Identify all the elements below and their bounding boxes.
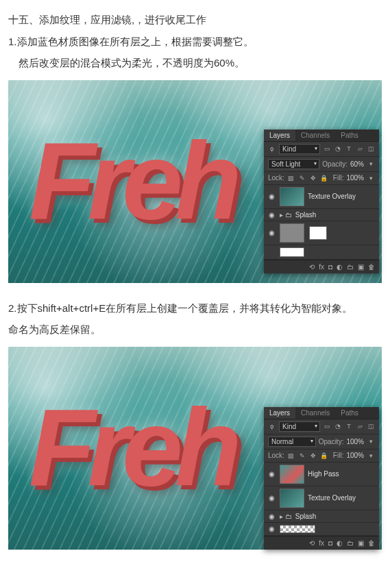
layer-row[interactable]: ◉ ▸ 🗀 Splash (264, 209, 379, 221)
layer-mask[interactable] (309, 226, 327, 240)
layer-list: ◉ High Pass ◉ Texture Overlay ◉ ▸ 🗀 Spla… (264, 463, 379, 536)
tab-channels[interactable]: Channels (295, 130, 335, 141)
shape-filter-icon[interactable]: ▱ (356, 145, 364, 153)
folder-icon: ▸ 🗀 (280, 211, 292, 219)
fill-value[interactable]: 100% (346, 452, 364, 459)
chevron-down-icon[interactable]: ▾ (367, 437, 375, 445)
group-icon[interactable]: 🗀 (347, 539, 354, 547)
panel-footer: ⟲ fx ◘ ◐ 🗀 ▣ 🗑 (264, 260, 379, 273)
link-icon[interactable]: ⟲ (309, 263, 315, 271)
opacity-label: Opacity: (322, 160, 348, 168)
type-filter-icon[interactable]: T (345, 145, 353, 153)
fx-icon[interactable]: fx (319, 263, 324, 271)
link-icon[interactable]: ⟲ (309, 539, 315, 547)
visibility-icon[interactable]: ◉ (267, 513, 276, 520)
lock-label: Lock: (268, 452, 284, 459)
visibility-icon[interactable]: ◉ (267, 494, 276, 502)
kind-select[interactable]: Kind (279, 421, 320, 432)
panel-tabs: Layers Channels Paths (264, 407, 379, 419)
type-filter-icon[interactable]: T (345, 422, 353, 430)
trash-icon[interactable]: 🗑 (368, 539, 375, 547)
step1-line2: 然后改变层的混合模式为柔光，不透明度为60%。 (8, 54, 382, 72)
layer-name[interactable]: Texture Overlay (308, 494, 376, 502)
layer-list: ◉ Texture Overlay ◉ ▸ 🗀 Splash ◉ (264, 185, 379, 260)
lock-all-icon[interactable]: 🔒 (320, 452, 328, 460)
lock-label: Lock: (268, 174, 284, 182)
new-layer-icon[interactable]: ▣ (358, 539, 364, 547)
visibility-icon[interactable]: ◉ (267, 193, 276, 200)
blend-mode-select[interactable]: Soft Light (268, 159, 319, 169)
fill-label: Fill: (333, 452, 344, 459)
tab-paths[interactable]: Paths (335, 407, 364, 419)
layer-name[interactable]: Texture Overlay (308, 193, 376, 200)
smart-filter-icon[interactable]: ◫ (367, 145, 375, 153)
fx-icon[interactable]: fx (319, 539, 324, 547)
opacity-value[interactable]: 60% (350, 160, 364, 168)
folder-icon: ▸ 🗀 (280, 513, 292, 520)
group-icon[interactable]: 🗀 (347, 263, 354, 271)
opacity-label: Opacity: (319, 438, 344, 445)
visibility-icon[interactable]: ◉ (267, 525, 276, 532)
layer-name[interactable]: High Pass (308, 470, 376, 478)
lock-position-icon[interactable]: ✥ (309, 174, 317, 182)
layer-thumb (280, 489, 304, 508)
tab-layers[interactable]: Layers (264, 407, 295, 419)
chevron-down-icon[interactable]: ▾ (367, 160, 375, 168)
layer-name[interactable]: Splash (295, 513, 376, 520)
step2-line1: 2.按下shift+alt+ctrl+E在所有层上创建一个覆盖层，并将其转化为智… (8, 299, 382, 317)
tab-paths[interactable]: Paths (335, 130, 364, 141)
layer-row[interactable] (264, 245, 379, 260)
lock-position-icon[interactable]: ✥ (309, 452, 317, 460)
fill-value[interactable]: 100% (346, 174, 364, 182)
filter-icon[interactable]: ϙ (268, 422, 276, 430)
layer-row[interactable]: ◉ High Pass (264, 463, 379, 487)
layer-thumb (280, 223, 304, 243)
image-filter-icon[interactable]: ▭ (323, 422, 331, 430)
adjust-icon[interactable]: ◐ (337, 539, 343, 547)
chevron-down-icon[interactable]: ▾ (367, 174, 375, 182)
lock-paint-icon[interactable]: ✎ (298, 452, 306, 460)
figure-1: Freh Layers Channels Paths ϙ Kind ▭ ◔ T … (8, 80, 382, 283)
fresh-text: Freh (29, 384, 234, 511)
step1-line1: 1.添加蓝色材质图像在所有层之上，根据需要调整它。 (8, 33, 382, 51)
new-layer-icon[interactable]: ▣ (358, 263, 364, 271)
figure-2: Freh Layers Channels Paths ϙ Kind ▭ ◔ T … (8, 347, 382, 550)
opacity-value[interactable]: 100% (346, 438, 364, 445)
layers-panel: Layers Channels Paths ϙ Kind ▭ ◔ T ▱ ◫ S… (264, 130, 379, 273)
layer-thumb (280, 525, 315, 533)
shape-filter-icon[interactable]: ▱ (356, 422, 364, 430)
layer-row[interactable]: ◉ Texture Overlay (264, 487, 379, 511)
lock-paint-icon[interactable]: ✎ (298, 174, 306, 182)
tab-layers[interactable]: Layers (264, 130, 295, 141)
layer-thumb (280, 187, 304, 206)
image-filter-icon[interactable]: ▭ (323, 145, 331, 153)
layer-row[interactable]: ◉ Texture Overlay (264, 185, 379, 209)
layer-thumb (280, 465, 304, 484)
fill-label: Fill: (333, 174, 344, 182)
visibility-icon[interactable]: ◉ (267, 470, 276, 478)
kind-select[interactable]: Kind (279, 144, 320, 154)
lock-transparency-icon[interactable]: ▨ (287, 452, 295, 460)
mask-icon[interactable]: ◘ (328, 539, 332, 547)
layer-row[interactable]: ◉ (264, 523, 379, 536)
adjust-filter-icon[interactable]: ◔ (334, 422, 342, 430)
visibility-icon[interactable]: ◉ (267, 211, 276, 219)
adjust-icon[interactable]: ◐ (337, 263, 343, 271)
lock-transparency-icon[interactable]: ▨ (287, 174, 295, 182)
mask-icon[interactable]: ◘ (328, 263, 332, 271)
blend-mode-select[interactable]: Normal (268, 437, 316, 447)
layer-name[interactable]: Splash (295, 211, 376, 219)
chevron-down-icon[interactable]: ▾ (367, 452, 375, 460)
layer-row[interactable]: ◉ (264, 221, 379, 245)
layer-thumb (280, 247, 304, 257)
filter-icon[interactable]: ϙ (268, 145, 276, 153)
layer-row[interactable]: ◉ ▸ 🗀 Splash (264, 511, 379, 523)
smart-filter-icon[interactable]: ◫ (367, 422, 375, 430)
panel-tabs: Layers Channels Paths (264, 130, 379, 142)
fresh-text: Freh (29, 118, 234, 244)
visibility-icon[interactable]: ◉ (267, 229, 276, 236)
trash-icon[interactable]: 🗑 (368, 263, 375, 271)
adjust-filter-icon[interactable]: ◔ (334, 145, 342, 153)
lock-all-icon[interactable]: 🔒 (320, 174, 328, 182)
tab-channels[interactable]: Channels (295, 407, 335, 419)
